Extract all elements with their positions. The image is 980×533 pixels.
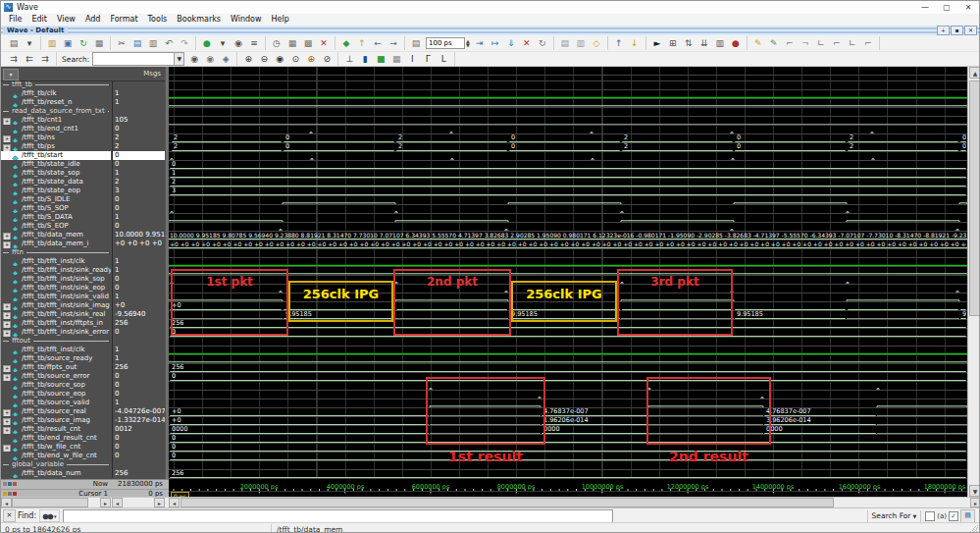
add-wave-icon[interactable]: ● [199,36,215,51]
signal-row[interactable]: /tfft_tb/source_sop [1,381,111,390]
signal-row[interactable]: +/tfft_tb/result_cnt [1,425,111,434]
toggle-leaf-names-icon[interactable]: ⊥ [341,52,357,67]
signal-value-cell[interactable]: -4.04726e-007 [113,407,165,416]
signal-value-cell[interactable]: 256 [113,363,165,372]
signal-row[interactable]: /tfft_tb/end_cnt1 [1,125,111,133]
expand-icon[interactable]: + [3,427,11,435]
signal-row[interactable]: /tfft_tb/start [1,151,111,160]
signal-value-cell[interactable]: 256 [113,319,165,328]
spin-down-icon[interactable]: ▼ [466,43,470,47]
signal-row[interactable]: +/tfft_tb/source_error [1,372,111,381]
signal-value-cell[interactable]: 3 [113,187,165,195]
signal-value-cell[interactable]: 0 [113,160,165,169]
signal-value-cell[interactable]: 2 [113,178,165,187]
signal-value-cell[interactable]: 10.0000 9.95185 ... [113,231,165,240]
signal-row[interactable]: /tfft_tb/state_eop [1,187,111,195]
prev-event-icon[interactable]: ↑ [611,36,627,51]
select-mode-icon[interactable]: ► [649,36,665,51]
values-scroll-right[interactable]: ▸ [154,498,165,507]
signal-row[interactable]: +/tfft_tb/data_mem [1,231,111,240]
edge-falling-icon[interactable]: L [436,52,451,67]
vertical-scrollbar[interactable]: ▲ ▼ [967,67,980,497]
paste-icon[interactable]: ▥ [145,36,161,51]
save-icon[interactable]: ▣ [60,36,76,51]
signal-row[interactable]: /tfft_tb/data_num [1,469,111,478]
zoom-between-cursors-icon[interactable]: ⊘ [319,52,335,67]
pane-button-0[interactable]: + [937,26,950,35]
expand-time-mode-icon[interactable]: ⇉ [37,52,53,67]
expand-icon[interactable]: + [3,374,11,382]
expanded-time-deltas-icon[interactable]: ⇉ [6,52,22,67]
signal-value-cell[interactable]: +0 [113,301,165,310]
expand-icon[interactable]: + [3,321,11,329]
pane-header[interactable]: Wave - Default +▪✕ [1,26,979,35]
signal-row[interactable]: /tfft_tb/reset_n [1,98,111,107]
continue-run-icon[interactable]: ↦ [488,36,503,51]
expand-icon[interactable]: + [3,233,11,240]
expand-icon[interactable]: + [3,241,11,249]
wrap-search-checkbox[interactable]: ✓ [949,511,958,521]
signal-value-cell[interactable]: 1 [113,266,165,275]
signal-group-divider[interactable]: global_variable [1,460,111,469]
names-scroll-thumb[interactable] [12,498,88,507]
signal-row[interactable]: +/tfft_tb/cnt1 [1,116,111,125]
edit-delete-edge-icon[interactable]: ∟ [813,36,829,51]
signal-value-cell[interactable]: 1 [113,257,165,266]
restore-zoom-icon[interactable]: ◷ [269,36,284,51]
run-icon[interactable]: ⇥ [472,36,488,51]
names-scroll-right[interactable]: ▸ [100,498,111,507]
menu-window[interactable]: Window [226,14,267,26]
zoom-out-icon[interactable]: ⊖ [256,52,272,67]
signal-value-cell[interactable]: 0 [113,372,165,381]
divider-value-cell[interactable] [113,107,165,116]
signal-value-cell[interactable]: 105 [113,116,165,125]
signal-row[interactable]: +/tfft_tb/tfft_inst/sink_imag [1,301,111,310]
signal-row[interactable]: +/tfft_tb/ffpts_out [1,363,111,372]
signal-group-divider[interactable]: fftn [1,248,111,257]
signal-row[interactable]: +/tfft_tb/source_imag [1,416,111,425]
signal-value-cell[interactable]: 1 [113,213,165,222]
find-in-wave-icon[interactable]: ◉ [231,36,246,51]
signal-value-cell[interactable]: 0 [113,204,165,213]
find-results-button[interactable]: ▤ [960,509,975,523]
names-scroll-left[interactable]: ◂ [1,498,12,507]
minimize-button[interactable]: — [914,2,936,14]
divider-value-cell[interactable] [113,337,165,346]
signal-value-cell[interactable]: 0 [113,434,165,443]
expand-icon[interactable]: + [3,303,11,311]
signal-value-cell[interactable]: 0 [113,275,165,284]
expand-icon[interactable]: + [3,409,11,417]
search-dropdown-icon[interactable]: ▼ [175,52,184,66]
step-icon[interactable]: ▤ [557,36,573,51]
signal-row[interactable]: +/tfft_tb/ns [1,133,111,142]
edit-mode-icon[interactable]: ⇊ [696,36,712,51]
new-window-icon[interactable]: ▤ [6,36,22,51]
signal-value-cell[interactable]: 0 [113,328,165,337]
menu-help[interactable]: Help [267,14,294,26]
edit-invert-icon[interactable]: ✎ [766,36,782,51]
expand-icon[interactable]: + [3,312,11,320]
reload-icon[interactable]: ↻ [76,36,91,51]
signal-row[interactable]: /tfft_tb/end_result_cnt [1,434,111,443]
scroll-up-arrow[interactable]: ▲ [969,67,980,79]
grid-settings-icon[interactable]: ▦ [284,36,300,51]
search-input[interactable] [92,52,175,66]
signal-value-cell[interactable]: -9.56940 [113,310,165,319]
signal-value-cell[interactable]: 1 [113,346,165,354]
menu-view[interactable]: View [52,14,80,26]
column-layout-button[interactable]: ▾ [3,69,19,80]
delete-wave-icon[interactable]: ✕ [316,36,332,51]
edit-cut-wave-icon[interactable]: ⌐ [782,36,798,51]
collapse-time-icon[interactable]: ⇇ [22,52,37,67]
search-for-dropdown-icon[interactable]: ▼ [912,513,916,519]
signal-value-cell[interactable]: 0 [113,151,165,160]
signal-value-cell[interactable]: 256 [113,469,165,478]
pane-button-1[interactable]: ▪ [951,26,963,35]
signal-group-divider[interactable]: fftout [1,337,111,346]
find-close-button[interactable]: ✕ [3,509,16,522]
edit-insert-pulse-icon[interactable]: ✎ [750,36,766,51]
edit-move-edge-icon[interactable]: ∟ [845,36,860,51]
find-input[interactable] [63,509,613,523]
expand-icon[interactable]: + [3,144,11,152]
wave-scroll-thumb[interactable] [181,498,834,507]
